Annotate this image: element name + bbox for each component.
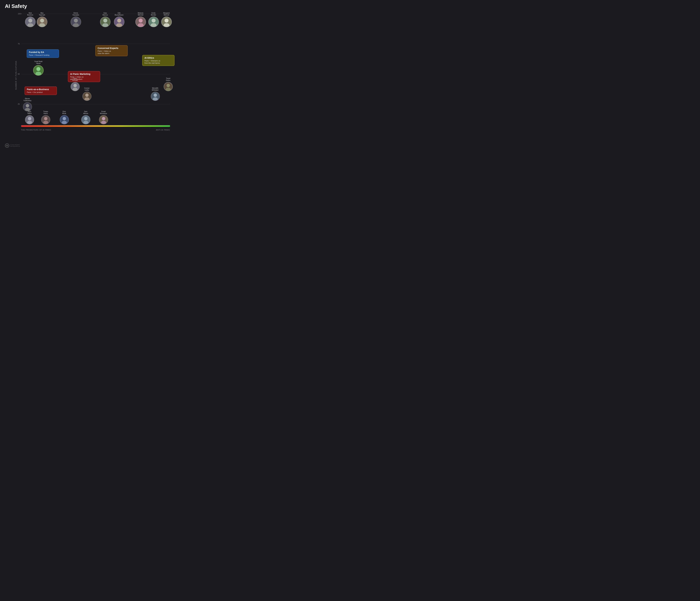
box-ai-ethics: AI Ethics Panic = Distracts usfrom the r… bbox=[142, 55, 175, 66]
box-funded-ea: Funded by EA Panic = Research funding bbox=[27, 49, 59, 58]
svg-point-12 bbox=[152, 19, 155, 22]
person-gary-marcus: GaryMarcus bbox=[100, 12, 111, 27]
gary-marcus-avatar bbox=[100, 17, 110, 27]
demis-hassabis-avatar bbox=[71, 17, 81, 27]
page-title: AI Safety bbox=[5, 3, 170, 9]
svg-point-7 bbox=[102, 23, 108, 27]
person-elon-musk: ElonMusk bbox=[59, 111, 70, 124]
box-concerned-subtitle: Panic = Helps usraise the alarm bbox=[98, 50, 125, 55]
melanie-mitchell-name: MelanieMitchell bbox=[138, 12, 143, 16]
elon-musk-name: ElonMusk bbox=[62, 111, 66, 115]
person-max-tegmark: MaxTegmark bbox=[36, 12, 48, 27]
box-panic-title: Panic-as-a-Business bbox=[27, 88, 55, 91]
dario-amodei-name: DarioAmodei bbox=[72, 78, 78, 81]
emily-bender-avatar bbox=[148, 17, 159, 27]
jaan-tallinn-name: JaanTallinn bbox=[27, 111, 32, 115]
box-ea-title: Funded by EA bbox=[29, 51, 57, 53]
svg-point-27 bbox=[153, 97, 158, 100]
svg-point-0 bbox=[28, 19, 32, 22]
yuval-harari-name: Yuval NoahHarari bbox=[34, 60, 43, 65]
margaret-mitchell-name: MargaretMitchell bbox=[163, 12, 170, 16]
connor-leahy-avatar bbox=[82, 92, 92, 101]
gary-marcus-name: GaryMarcus bbox=[103, 12, 108, 16]
svg-point-33 bbox=[62, 121, 67, 124]
box-marketing-title: AI Panic Marketing bbox=[70, 73, 98, 75]
svg-point-38 bbox=[5, 144, 9, 148]
svg-point-26 bbox=[153, 94, 157, 97]
timnit-gebru-name: TimnitGebru bbox=[166, 78, 171, 81]
meredith-whittaker-name: MeredithWhittaker bbox=[152, 87, 158, 91]
person-emily-bender: EmilyBender bbox=[148, 12, 159, 27]
sam-altman-avatar bbox=[81, 115, 90, 124]
svg-point-20 bbox=[85, 94, 89, 97]
max-tegmark-avatar bbox=[37, 17, 47, 27]
eliezer-yudkowsky-avatar bbox=[23, 102, 32, 111]
person-connor-leahy: ConnorLeahy bbox=[82, 87, 92, 101]
jaan-tallinn-avatar bbox=[25, 115, 34, 124]
eliezer-yudkowsky-name: EliezerYudkowsky bbox=[23, 98, 31, 102]
svg-point-24 bbox=[167, 84, 170, 87]
svg-point-9 bbox=[116, 23, 122, 27]
page-container: AI Safety NUMBER OF PUBLICATIONS 100+ 75… bbox=[0, 0, 175, 150]
grid-label-25: 25 bbox=[18, 103, 20, 105]
logo-text: CONTRARY RESEARCH bbox=[10, 144, 20, 147]
box-ai-ethics-title: AI Ethics bbox=[145, 56, 172, 59]
svg-point-1 bbox=[27, 23, 33, 27]
svg-point-10 bbox=[139, 19, 143, 22]
svg-point-36 bbox=[102, 117, 105, 120]
svg-point-14 bbox=[165, 19, 168, 22]
box-ea-subtitle: Panic = Research funding bbox=[29, 54, 57, 56]
person-nick-bostrom: NickBostrom bbox=[25, 12, 36, 27]
box-panic-subtitle: Panic = Our product bbox=[27, 91, 55, 93]
svg-point-3 bbox=[39, 23, 45, 27]
box-panic-business: Panic-as-a-Business Panic = Our product bbox=[25, 86, 57, 95]
grid-label-50: 50 bbox=[18, 73, 20, 75]
connor-leahy-name: ConnorLeahy bbox=[84, 87, 90, 91]
demis-hassabis-name: DemisHassabis bbox=[72, 12, 79, 16]
margaret-mitchell-avatar bbox=[161, 17, 172, 27]
svg-point-6 bbox=[103, 19, 107, 22]
svg-point-18 bbox=[73, 84, 77, 87]
svg-point-28 bbox=[28, 117, 31, 120]
emad-mostaque-name: EmadMostaque bbox=[100, 111, 107, 115]
tristan-harris-avatar bbox=[41, 115, 50, 124]
person-timnit-gebru: TimnitGebru bbox=[163, 78, 173, 91]
grid-label-100: 100+ bbox=[18, 13, 22, 15]
x-label-left: THE PROMOTERS OF AI PANIC bbox=[21, 129, 51, 131]
erik-brynjolfsson-avatar bbox=[114, 17, 124, 27]
person-demis-hassabis: DemisHassabis bbox=[70, 12, 81, 27]
box-concerned-title: Concerned Experts bbox=[98, 47, 125, 49]
elon-musk-avatar bbox=[60, 115, 69, 124]
svg-point-32 bbox=[62, 117, 66, 120]
nick-bostrom-avatar bbox=[25, 17, 35, 27]
svg-point-4 bbox=[74, 19, 78, 22]
box-concerned-experts: Concerned Experts Panic = Helps usraise … bbox=[95, 45, 128, 56]
nick-bostrom-name: NickBostrom bbox=[27, 12, 33, 16]
person-emad-mostaque: EmadMostaque bbox=[98, 111, 109, 124]
tristan-harris-name: TristanHarris bbox=[43, 111, 48, 115]
melanie-mitchell-avatar bbox=[135, 17, 146, 27]
svg-point-30 bbox=[44, 117, 47, 120]
svg-point-8 bbox=[117, 19, 121, 22]
meredith-whittaker-avatar bbox=[151, 92, 160, 101]
timnit-gebru-avatar bbox=[164, 82, 173, 91]
svg-point-2 bbox=[40, 19, 44, 22]
svg-point-17 bbox=[35, 72, 41, 75]
svg-point-21 bbox=[84, 97, 90, 100]
person-erik-brynjolfsson: ErikBrynjolfsson bbox=[112, 12, 126, 27]
svg-point-13 bbox=[151, 23, 156, 27]
svg-point-19 bbox=[73, 88, 78, 91]
chart-area: 100+ 75 50 25 THE PROMOTERS OF AI PANIC … bbox=[11, 14, 170, 134]
person-dario-amodei: DarioAmodei bbox=[70, 78, 80, 91]
x-label-right: ANTI-AI PANIC bbox=[156, 129, 170, 131]
svg-point-22 bbox=[26, 104, 29, 107]
sam-altman-name: SamAltman bbox=[83, 111, 88, 115]
person-melanie-mitchell: MelanieMitchell bbox=[135, 12, 146, 27]
svg-point-31 bbox=[43, 121, 48, 124]
svg-point-35 bbox=[83, 121, 88, 124]
svg-point-37 bbox=[101, 121, 106, 124]
dario-amodei-avatar bbox=[71, 82, 80, 91]
person-sam-altman: SamAltman bbox=[80, 111, 91, 124]
person-jaan-tallinn: JaanTallinn bbox=[24, 111, 35, 124]
logo: CONTRARY RESEARCH bbox=[5, 143, 20, 148]
